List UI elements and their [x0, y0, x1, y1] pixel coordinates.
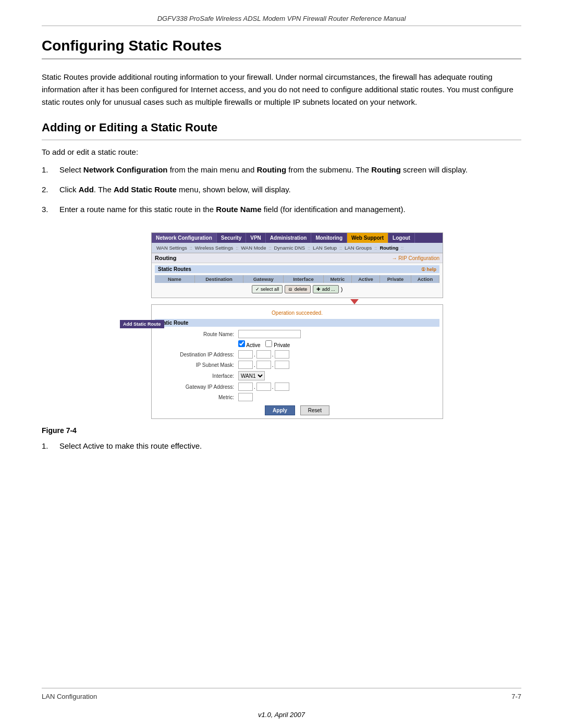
add-button[interactable]: ✚ add ...	[313, 285, 339, 293]
page-title: Configuring Static Routes	[42, 38, 521, 54]
route-name-input[interactable]	[238, 330, 301, 338]
page-header-bar: Routing → RIP Configuration	[152, 253, 443, 263]
table-actions: ✓ select all ⦻ delete ✚ add ... )	[155, 283, 439, 295]
gateway-label: Gateway IP Address:	[155, 384, 238, 390]
gateway-octet2[interactable]	[256, 382, 271, 391]
form-section-header: Static Route	[155, 319, 439, 327]
nav-item-logout[interactable]: Logout	[388, 233, 415, 243]
body-text: Static Routes provide additional routing…	[42, 71, 521, 108]
subnet-mask-label: IP Subnet Mask:	[155, 362, 238, 368]
subnav-wan-settings[interactable]: WAN Settings	[154, 244, 190, 252]
th-interface: Interface	[284, 275, 324, 283]
apply-button[interactable]: Apply	[265, 405, 295, 415]
th-private: Private	[380, 275, 411, 283]
nav-item-vpn[interactable]: VPN	[246, 233, 266, 243]
footer-center: v1.0, April 2007	[42, 705, 521, 728]
table-header: Name Destination Gateway Interface Metri…	[155, 275, 439, 283]
section-underline	[42, 140, 521, 140]
step4-text: Select Active to make this route effecti…	[59, 440, 202, 452]
select-all-button[interactable]: ✓ select all	[252, 285, 283, 293]
intro-text: To add or edit a static route:	[42, 147, 521, 156]
gateway-octet3[interactable]	[275, 382, 289, 391]
step4-list: Select Active to make this route effecti…	[42, 440, 521, 460]
title-underline	[42, 58, 521, 59]
operation-msg: Operation succeeded.	[155, 310, 439, 316]
section-header: Static Routes ① help	[155, 265, 439, 273]
nav-item-security[interactable]: Security	[217, 233, 246, 243]
subnet-octet1[interactable]	[238, 361, 253, 369]
page-name: Routing	[155, 255, 177, 261]
add-static-route-label: Add Static Route	[120, 320, 164, 328]
subnav-wireless-settings[interactable]: Wireless Settings	[192, 244, 236, 252]
th-metric: Metric	[324, 275, 352, 283]
footer-right: 7-7	[511, 693, 521, 700]
interface-label: Interface:	[155, 373, 238, 379]
page-container: DGFV338 ProSafe Wireless ADSL Modem VPN …	[0, 0, 563, 728]
metric-row: Metric:	[155, 393, 439, 401]
step-2: Click Add. The Add Static Route menu, sh…	[42, 183, 521, 196]
metric-label: Metric:	[155, 394, 238, 400]
doc-header: DGFV338 ProSafe Wireless ADSL Modem VPN …	[42, 15, 521, 22]
route-name-label: Route Name:	[155, 331, 238, 337]
steps-list: Select Network Configuration from the ma…	[42, 164, 521, 223]
dest-ip-octet3[interactable]	[275, 350, 289, 359]
router-ui: Network Configuration Security VPN Admin…	[151, 232, 443, 298]
th-destination: Destination	[195, 275, 244, 283]
screenshot-container: Network Configuration Security VPN Admin…	[120, 232, 443, 419]
subnav-lan-groups[interactable]: LAN Groups	[342, 244, 374, 252]
nav-item-administration[interactable]: Administration	[266, 233, 312, 243]
subnav-lan-setup[interactable]: LAN Setup	[310, 244, 339, 252]
step-3: Enter a route name for this static route…	[42, 203, 521, 216]
route-name-row: Route Name:	[155, 330, 439, 338]
subnet-octet3[interactable]	[275, 361, 289, 369]
triangle-indicator	[266, 299, 443, 304]
subnav-bar: WAN Settings :: Wireless Settings :: WAN…	[152, 243, 443, 253]
subnav-routing[interactable]: Routing	[377, 244, 401, 252]
step-4: Select Active to make this route effecti…	[42, 440, 521, 452]
nav-item-monitoring[interactable]: Monitoring	[311, 233, 347, 243]
gateway-octet1[interactable]	[238, 382, 253, 391]
interface-select[interactable]: WAN1	[238, 371, 265, 380]
th-active: Active	[352, 275, 380, 283]
active-private-row: Active Private	[155, 340, 439, 348]
spacer	[42, 480, 521, 688]
section-title: Adding or Editing a Static Route	[42, 121, 521, 134]
subnet-mask-row: IP Subnet Mask: . .	[155, 361, 439, 369]
reset-button[interactable]: Reset	[300, 405, 329, 415]
static-routes-section: Static Routes ① help Name Destination Ga…	[152, 263, 443, 298]
private-checkbox[interactable]	[265, 340, 272, 347]
dest-ip-octet2[interactable]	[256, 350, 271, 359]
form-buttons: Apply Reset	[155, 405, 439, 415]
metric-input[interactable]	[238, 393, 253, 401]
interface-row: Interface: WAN1	[155, 371, 439, 380]
add-static-form: Operation succeeded. Static Route Route …	[151, 304, 443, 419]
th-gateway: Gateway	[243, 275, 284, 283]
subnav-wan-mode[interactable]: WAN Mode	[238, 244, 268, 252]
delete-button[interactable]: ⦻ delete	[285, 285, 311, 293]
th-name: Name	[155, 275, 195, 283]
section-name: Static Routes	[158, 266, 191, 272]
private-checkbox-label: Private	[265, 340, 290, 348]
subnet-octet2[interactable]	[256, 361, 271, 369]
nav-bar: Network Configuration Security VPN Admin…	[152, 233, 443, 243]
subnav-dynamic-dns[interactable]: Dynamic DNS	[271, 244, 308, 252]
active-checkbox-label: Active	[238, 340, 260, 348]
dest-ip-row: Destination IP Address: . .	[155, 350, 439, 359]
nav-item-web-support[interactable]: Web Support	[347, 233, 388, 243]
active-checkbox[interactable]	[238, 340, 245, 347]
dest-ip-label: Destination IP Address:	[155, 352, 238, 357]
dest-ip-octet1[interactable]	[238, 350, 253, 359]
figure-label: Figure 7-4	[42, 426, 521, 435]
gateway-row: Gateway IP Address: . .	[155, 382, 439, 391]
nav-item-network-config[interactable]: Network Configuration	[152, 233, 217, 243]
header-rule	[42, 26, 521, 26]
th-action: Action	[411, 275, 439, 283]
help-link[interactable]: ① help	[421, 267, 436, 272]
footer-bar: LAN Configuration 7-7	[42, 688, 521, 705]
footer-left: LAN Configuration	[42, 693, 97, 700]
step-1: Select Network Configuration from the ma…	[42, 164, 521, 176]
rip-config-link[interactable]: → RIP Configuration	[391, 255, 439, 261]
